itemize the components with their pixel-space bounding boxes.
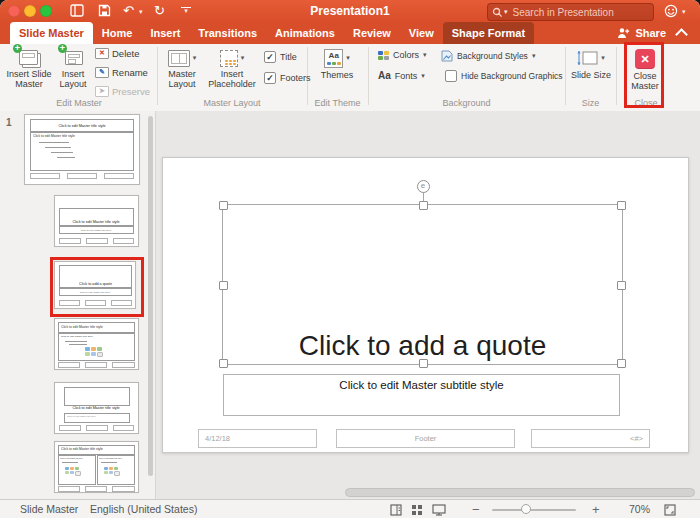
footers-checkbox[interactable]: ✓ Footers (264, 72, 311, 84)
footer-placeholder[interactable]: Footer (336, 429, 515, 448)
status-view-label: Slide Master (20, 500, 78, 518)
powerpoint-window: ↶ ▾ ↻ ▾ Presentation1 ▾ ▾ Slide Master H… (0, 0, 700, 518)
resize-handle-mid-left[interactable] (219, 281, 228, 290)
collapse-ribbon-icon[interactable] (675, 28, 688, 41)
dropdown-caret-icon: ▾ (346, 54, 350, 62)
share-person-icon (617, 27, 631, 39)
fonts-button[interactable]: Aa Fonts▾ (378, 70, 425, 81)
quote-placeholder-text: Click to add a quote (223, 330, 622, 362)
hide-background-graphics-checkbox[interactable]: Hide Background Graphics (445, 70, 563, 82)
background-styles-icon (440, 50, 453, 62)
dropdown-caret-icon: ▾ (241, 54, 245, 62)
tab-view[interactable]: View (400, 22, 443, 44)
title-checkbox[interactable]: ✓ Title (264, 51, 297, 63)
slide-number-placeholder[interactable]: <#> (531, 429, 650, 448)
group-label-edit-theme: Edit Theme (307, 98, 368, 108)
dropdown-caret-icon: ▾ (601, 54, 605, 62)
checkbox-checked-icon: ✓ (264, 51, 276, 63)
group-label-edit-master: Edit Master (4, 98, 154, 108)
thumbnail-title-slide-layout[interactable]: Click to edit Master title style Click t… (54, 195, 139, 247)
resize-handle-mid-right[interactable] (617, 281, 626, 290)
themes-aa-icon: Aa (325, 51, 342, 60)
zoom-out-button[interactable]: − (472, 500, 480, 518)
tab-transitions[interactable]: Transitions (189, 22, 266, 44)
preserve-pin-icon: ➤ (95, 86, 109, 97)
feedback-caret-icon[interactable]: ▾ (682, 8, 686, 16)
insert-layout-button[interactable]: + Insert Layout (53, 46, 93, 89)
green-plus-icon: + (58, 44, 67, 53)
tab-review[interactable]: Review (344, 22, 400, 44)
subtitle-placeholder[interactable]: Click to edit Master subtitle style (223, 374, 620, 416)
date-placeholder[interactable]: 4/12/18 (198, 429, 317, 448)
quote-placeholder-selected[interactable]: e Click to add a quote (222, 204, 623, 365)
rename-button[interactable]: ✎ Rename (95, 66, 148, 79)
background-styles-button[interactable]: Background Styles▾ (440, 50, 535, 62)
group-label-master-layout: Master Layout (157, 98, 307, 108)
tab-insert[interactable]: Insert (141, 22, 189, 44)
annotation-box-selected-thumbnail: Click to add a quote Click to edit Maste… (50, 257, 144, 317)
resize-handle-top-left[interactable] (219, 201, 228, 210)
insert-placeholder-button[interactable]: ▾ Insert Placeholder (205, 46, 259, 89)
insert-slide-master-button[interactable]: + Insert Slide Master (4, 46, 54, 89)
share-label: Share (635, 27, 666, 39)
dropdown-caret-icon: ▾ (532, 52, 536, 60)
group-label-background: Background (368, 98, 565, 108)
thumbnail-quote-layout-selected[interactable]: Click to add a quote Click to edit Maste… (54, 261, 136, 309)
canvas-horizontal-scrollbar[interactable] (345, 488, 695, 497)
content-icons-cluster (65, 467, 79, 476)
slide-sorter-view-icon[interactable] (411, 504, 423, 516)
zoom-slider-track[interactable] (492, 509, 576, 511)
tab-slide-master[interactable]: Slide Master (10, 22, 93, 44)
normal-view-icon[interactable] (390, 504, 402, 516)
themes-button[interactable]: Aa ▾ Themes (313, 46, 361, 80)
delete-slide-icon: ✕ (95, 48, 109, 59)
slide-size-button[interactable]: ▾ Slide Size (569, 46, 613, 80)
slide-size-icon (577, 50, 598, 66)
search-box[interactable]: ▾ (487, 3, 654, 21)
thumbnail-slide-master[interactable]: Click to edit Master title style Click t… (24, 114, 140, 185)
zoom-percent[interactable]: 70% (618, 500, 650, 518)
search-scope-caret-icon[interactable]: ▾ (504, 8, 508, 16)
status-bar: Slide Master English (United States) − +… (0, 499, 700, 518)
colors-swatch-icon (378, 51, 389, 60)
dropdown-caret-icon: ▾ (193, 54, 197, 62)
feedback-smiley-icon[interactable] (664, 4, 678, 18)
preserve-button[interactable]: ➤ Preserve (95, 85, 150, 98)
tab-home[interactable]: Home (93, 22, 142, 44)
thumbnail-title-content-layout[interactable]: Click to edit Master title style Click t… (54, 318, 139, 370)
ribbon-separator (565, 47, 566, 105)
delete-button[interactable]: ✕ Delete (95, 47, 139, 60)
group-label-size: Size (565, 98, 616, 108)
tab-animations[interactable]: Animations (266, 22, 344, 44)
tab-shape-format[interactable]: Shape Format (443, 22, 534, 44)
fit-slide-to-window-icon[interactable] (664, 504, 676, 516)
rename-slide-icon: ✎ (95, 67, 109, 78)
ribbon: + Insert Slide Master + Insert Layout ✕ … (0, 44, 700, 112)
dropdown-caret-icon: ▾ (421, 72, 425, 80)
resize-handle-top-center[interactable] (419, 201, 428, 210)
thumbnail-section-layout[interactable]: Click to edit Master title style Click t… (54, 382, 139, 434)
green-plus-icon: + (13, 44, 22, 53)
content-icons-cluster (104, 467, 118, 476)
thumbnail-panel-scrollbar[interactable] (148, 116, 153, 476)
zoom-slider-thumb[interactable] (521, 504, 531, 514)
checkbox-checked-icon: ✓ (264, 72, 276, 84)
rotate-handle-icon[interactable]: e (417, 180, 430, 193)
status-language[interactable]: English (United States) (90, 500, 197, 518)
colors-button[interactable]: Colors▾ (378, 50, 427, 60)
search-input[interactable] (511, 6, 643, 19)
fonts-aa-icon: Aa (378, 70, 391, 81)
zoom-in-button[interactable]: + (592, 500, 600, 518)
title-bar: ↶ ▾ ↻ ▾ Presentation1 ▾ ▾ (0, 0, 700, 22)
slide-thumbnail-panel: 1 Click to edit Master title style Click… (0, 111, 156, 499)
master-slide-number: 1 (6, 117, 12, 128)
dropdown-caret-icon: ▾ (423, 51, 427, 59)
annotation-box-close-master (624, 42, 664, 108)
ribbon-tab-bar: Slide Master Home Insert Transitions Ani… (0, 22, 700, 44)
share-button[interactable]: Share (617, 22, 666, 44)
thumbnail-two-content-layout[interactable]: Click to edit Master title style Click t… (54, 441, 139, 493)
checkbox-unchecked-icon (445, 70, 457, 82)
master-layout-button[interactable]: ▾ Master Layout (160, 46, 204, 89)
slideshow-view-icon[interactable] (432, 504, 446, 516)
resize-handle-top-right[interactable] (617, 201, 626, 210)
